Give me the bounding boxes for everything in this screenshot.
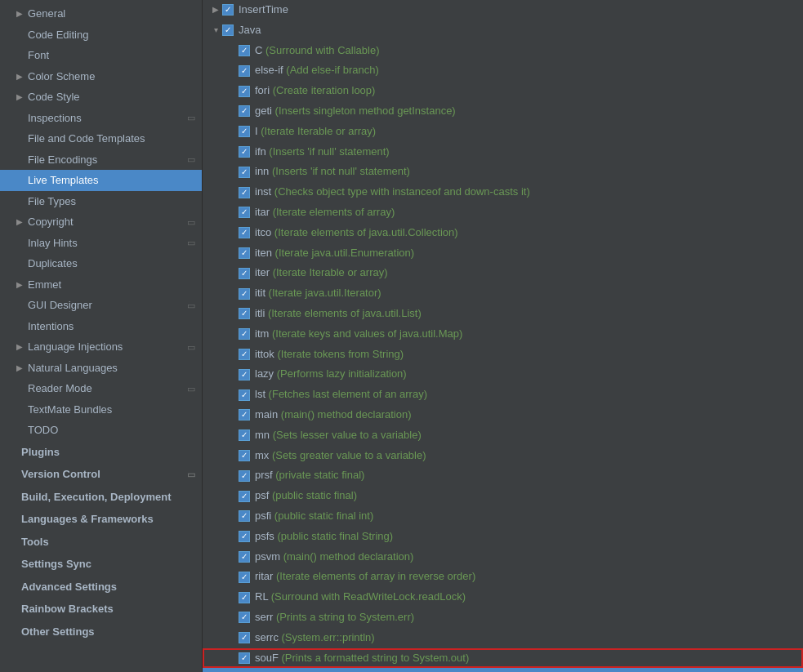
template-checkbox[interactable]: ✓ bbox=[239, 308, 250, 319]
template-checkbox[interactable]: ✓ bbox=[239, 328, 250, 340]
sidebar-item-textmate-bundles[interactable]: TextMate Bundles bbox=[0, 399, 202, 421]
tree-item-java-lst[interactable]: ✓lst (Fetches last element of an array) bbox=[203, 385, 803, 405]
sidebar-item-file-types[interactable]: File Types bbox=[0, 191, 202, 212]
tree-item-java-psf[interactable]: ✓psf (public static final) bbox=[203, 486, 803, 506]
tree-item-java-itit[interactable]: ✓itit (Iterate java.util.Iterator) bbox=[203, 283, 803, 304]
tree-item-java-else-if[interactable]: ✓else-if (Add else-if branch) bbox=[203, 60, 803, 81]
tree-item-java-psfs[interactable]: ✓psfs (public static final String) bbox=[203, 527, 803, 547]
template-checkbox[interactable]: ✓ bbox=[239, 632, 250, 643]
template-checkbox[interactable]: ✓ bbox=[239, 86, 250, 97]
sidebar-item-lang-frameworks[interactable]: Languages & Frameworks bbox=[0, 508, 202, 531]
template-checkbox[interactable]: ✓ bbox=[239, 429, 250, 441]
tree-item-java-psfi[interactable]: ✓psfi (public static final int) bbox=[203, 506, 803, 527]
sidebar-item-rainbow-brackets[interactable]: Rainbow Brackets bbox=[0, 598, 202, 621]
tree-item-java-prsf[interactable]: ✓prsf (private static final) bbox=[203, 465, 803, 486]
template-checkbox[interactable]: ✓ bbox=[239, 470, 250, 482]
tree-item-java[interactable]: ▾✓Java bbox=[203, 20, 803, 41]
tree-item-java-i[interactable]: ✓I (Iterate Iterable or array) bbox=[203, 122, 803, 142]
tree-item-java-itli[interactable]: ✓itli (Iterate elements of java.util.Lis… bbox=[203, 304, 803, 324]
tree-item-java-inst[interactable]: ✓inst (Checks object type with instanceo… bbox=[203, 182, 803, 202]
template-checkbox[interactable]: ✓ bbox=[239, 65, 250, 77]
tree-item-java-serr[interactable]: ✓serr (Prints a string to System.err) bbox=[203, 607, 803, 628]
tree-item-java-itar[interactable]: ✓itar (Iterate elements of array) bbox=[203, 202, 803, 223]
sidebar-item-advanced-settings[interactable]: Advanced Settings bbox=[0, 576, 202, 599]
sidebar-item-tools[interactable]: Tools bbox=[0, 531, 202, 554]
tree-item-java-ifn[interactable]: ✓ifn (Inserts 'if null' statement) bbox=[203, 142, 803, 162]
sidebar-item-emmet[interactable]: ▶Emmet bbox=[0, 274, 202, 296]
template-checkbox[interactable]: ✓ bbox=[239, 612, 250, 623]
template-checkbox[interactable]: ✓ bbox=[239, 146, 250, 158]
sidebar-item-plugins-group[interactable]: Plugins bbox=[0, 441, 202, 464]
sidebar-item-file-and-code-templates[interactable]: File and Code Templates bbox=[0, 128, 202, 149]
tree-item-java-itco[interactable]: ✓itco (Iterate elements of java.util.Col… bbox=[203, 223, 803, 243]
template-checkbox[interactable]: ✓ bbox=[239, 349, 250, 360]
template-checkbox[interactable]: ✓ bbox=[239, 268, 250, 279]
sidebar-item-other-settings[interactable]: Other Settings bbox=[0, 621, 202, 643]
template-checkbox[interactable]: ✓ bbox=[239, 572, 250, 583]
sidebar-item-todo[interactable]: TODO bbox=[0, 420, 202, 441]
template-checkbox[interactable]: ✓ bbox=[239, 409, 250, 421]
template-checkbox[interactable]: ✓ bbox=[239, 288, 250, 300]
template-checkbox[interactable]: ✓ bbox=[239, 207, 250, 218]
template-checkbox[interactable]: ✓ bbox=[239, 652, 250, 664]
template-checkbox[interactable]: ✓ bbox=[239, 227, 250, 238]
tree-item-java-souF[interactable]: ✓souF (Prints a formatted string to Syst… bbox=[203, 648, 803, 669]
tree-item-java-itm[interactable]: ✓itm (Iterate keys and values of java.ut… bbox=[203, 324, 803, 345]
template-desc: (Prints a formatted string to System.out… bbox=[279, 652, 469, 664]
template-checkbox[interactable]: ✓ bbox=[239, 450, 250, 461]
template-checkbox[interactable]: ✓ bbox=[222, 24, 234, 36]
tree-item-java-main[interactable]: ✓main (main() method declaration) bbox=[203, 405, 803, 425]
sidebar-item-live-templates[interactable]: Live Templates bbox=[0, 170, 202, 191]
sidebar-item-language-injections[interactable]: ▶Language Injections▭ bbox=[0, 336, 202, 358]
tree-item-java-fori[interactable]: ✓fori (Create iteration loop) bbox=[203, 81, 803, 101]
template-checkbox[interactable]: ✓ bbox=[239, 126, 250, 137]
template-checkbox[interactable]: ✓ bbox=[239, 45, 250, 56]
template-checkbox[interactable]: ✓ bbox=[239, 551, 250, 563]
template-checkbox[interactable]: ✓ bbox=[239, 491, 250, 502]
sidebar-item-code-editing[interactable]: Code Editing bbox=[0, 24, 202, 46]
tree-item-java-iter[interactable]: ✓iter (Iterate Iterable or array) bbox=[203, 263, 803, 283]
template-checkbox[interactable]: ✓ bbox=[239, 369, 250, 381]
tree-item-java-rl[interactable]: ✓RL (Surround with ReadWriteLock.readLoc… bbox=[203, 587, 803, 607]
template-checkbox[interactable]: ✓ bbox=[239, 187, 250, 198]
sidebar-item-intentions[interactable]: Intentions bbox=[0, 316, 202, 337]
tree-item-java-iten[interactable]: ✓iten (Iterate java.util.Enumeration) bbox=[203, 243, 803, 264]
sidebar-item-color-scheme[interactable]: ▶Color Scheme bbox=[0, 66, 202, 87]
template-checkbox[interactable]: ✓ bbox=[239, 389, 250, 401]
template-checkbox[interactable]: ✓ bbox=[222, 4, 234, 16]
template-checkbox[interactable]: ✓ bbox=[239, 531, 250, 542]
sidebar-item-code-style[interactable]: ▶Code Style bbox=[0, 87, 202, 108]
tree-item-java-lazy[interactable]: ✓lazy (Performs lazy initialization) bbox=[203, 364, 803, 385]
template-checkbox[interactable]: ✓ bbox=[239, 105, 250, 117]
sidebar-item-font[interactable]: Font bbox=[0, 45, 202, 66]
tree-item-java-inn[interactable]: ✓inn (Inserts 'if not null' statement) bbox=[203, 162, 803, 182]
sidebar-item-file-encodings[interactable]: File Encodings▭ bbox=[0, 149, 202, 171]
tree-item-java-ittok[interactable]: ✓ittok (Iterate tokens from String) bbox=[203, 345, 803, 365]
sidebar-item-copyright[interactable]: ▶Copyright▭ bbox=[0, 211, 202, 233]
template-checkbox[interactable]: ✓ bbox=[239, 592, 250, 603]
sidebar-item-settings-sync[interactable]: Settings Sync bbox=[0, 553, 202, 576]
sidebar-item-reader-mode[interactable]: Reader Mode▭ bbox=[0, 378, 202, 399]
sidebar-item-general[interactable]: ▶General bbox=[0, 3, 202, 24]
tree-item-java-psvm[interactable]: ✓psvm (main() method declaration) bbox=[203, 547, 803, 567]
tree-item-java-serrc[interactable]: ✓serrc (System.err::println) bbox=[203, 628, 803, 648]
tree-item-java-mx[interactable]: ✓mx (Sets greater value to a variable) bbox=[203, 446, 803, 466]
sidebar-item-inspections[interactable]: Inspections▭ bbox=[0, 108, 202, 129]
template-checkbox[interactable]: ✓ bbox=[239, 167, 250, 178]
template-desc: (Inserts 'if not null' statement) bbox=[269, 165, 410, 177]
sidebar-item-inlay-hints[interactable]: Inlay Hints▭ bbox=[0, 233, 202, 254]
sidebar-item-build-exec[interactable]: Build, Execution, Deployment bbox=[0, 486, 202, 509]
tree-item-inserttime[interactable]: ▶✓InsertTime bbox=[203, 0, 803, 20]
sidebar-item-version-control[interactable]: Version Control▭ bbox=[0, 463, 202, 486]
tree-item-java-c[interactable]: ✓C (Surround with Callable) bbox=[203, 41, 803, 61]
sidebar-item-natural-languages[interactable]: ▶Natural Languages bbox=[0, 358, 202, 379]
tree-item-java-sout[interactable]: ✓sout (Prints a string to System.out) bbox=[203, 668, 803, 672]
sidebar-item-duplicates[interactable]: Duplicates bbox=[0, 253, 202, 274]
template-checkbox[interactable]: ✓ bbox=[239, 510, 250, 522]
template-checkbox[interactable]: ✓ bbox=[239, 247, 250, 259]
tree-item-java-ritar[interactable]: ✓ritar (Iterate elements of array in rev… bbox=[203, 567, 803, 587]
tree-item-java-geti[interactable]: ✓geti (Inserts singleton method getInsta… bbox=[203, 101, 803, 122]
sidebar-item-gui-designer[interactable]: GUI Designer▭ bbox=[0, 295, 202, 316]
tree-item-java-mn[interactable]: ✓mn (Sets lesser value to a variable) bbox=[203, 425, 803, 446]
settings-sidebar[interactable]: ▶GeneralCode EditingFont▶Color Scheme▶Co… bbox=[0, 0, 203, 672]
